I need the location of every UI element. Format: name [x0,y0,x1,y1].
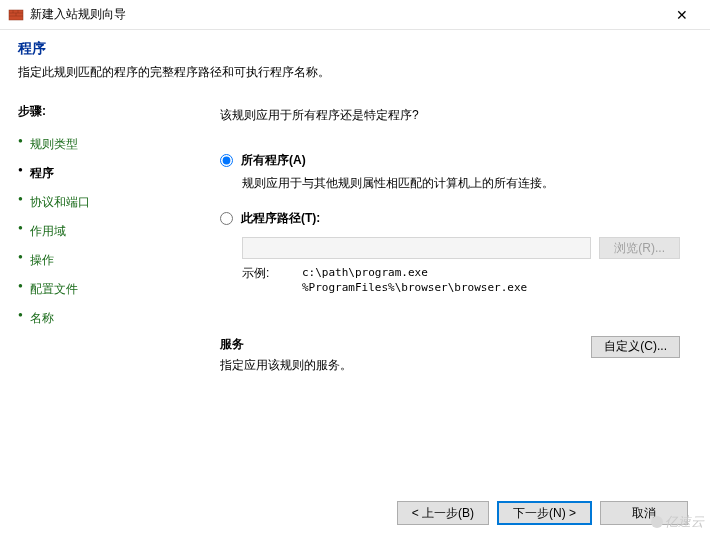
close-button[interactable]: ✕ [662,0,702,30]
back-button[interactable]: < 上一步(B) [397,501,489,525]
radio-program-path[interactable]: 此程序路径(T): [220,206,680,231]
page-title: 程序 [18,40,692,58]
example-block: 示例: c:\path\program.exe %ProgramFiles%\b… [242,265,680,296]
step-action[interactable]: 操作 [18,246,190,275]
radio-program-path-label: 此程序路径(T): [241,210,320,227]
step-profile[interactable]: 配置文件 [18,275,190,304]
wizard-footer: < 上一步(B) 下一步(N) > 取消 [397,501,688,525]
step-program[interactable]: 程序 [18,159,190,188]
firewall-icon [8,7,24,23]
radio-program-path-input[interactable] [220,212,233,225]
radio-all-programs-label: 所有程序(A) [241,152,306,169]
example-paths: c:\path\program.exe %ProgramFiles%\brows… [302,265,527,296]
cancel-button[interactable]: 取消 [600,501,688,525]
step-name[interactable]: 名称 [18,304,190,333]
window-title: 新建入站规则向导 [30,6,662,23]
program-path-input[interactable] [242,237,591,259]
question-text: 该规则应用于所有程序还是特定程序? [220,107,680,124]
service-text: 服务 指定应用该规则的服务。 [220,336,591,374]
step-rule-type[interactable]: 规则类型 [18,130,190,159]
program-path-row: 浏览(R)... [242,237,680,259]
service-desc: 指定应用该规则的服务。 [220,357,591,374]
steps-list: 规则类型 程序 协议和端口 作用域 操作 配置文件 名称 [18,130,190,333]
browse-button[interactable]: 浏览(R)... [599,237,680,259]
step-scope[interactable]: 作用域 [18,217,190,246]
service-section: 服务 指定应用该规则的服务。 自定义(C)... [220,336,680,374]
radio-all-programs-desc: 规则应用于与其他规则属性相匹配的计算机上的所有连接。 [242,175,680,192]
next-button[interactable]: 下一步(N) > [497,501,592,525]
steps-sidebar: 步骤: 规则类型 程序 协议和端口 作用域 操作 配置文件 名称 [0,93,190,498]
service-title: 服务 [220,336,591,353]
titlebar: 新建入站规则向导 ✕ [0,0,710,30]
wizard-header: 程序 指定此规则匹配的程序的完整程序路径和可执行程序名称。 [0,30,710,93]
step-protocol-ports[interactable]: 协议和端口 [18,188,190,217]
radio-all-programs[interactable]: 所有程序(A) [220,148,680,173]
wizard-body: 步骤: 规则类型 程序 协议和端口 作用域 操作 配置文件 名称 该规则应用于所… [0,93,710,498]
steps-heading: 步骤: [18,103,190,120]
example-label: 示例: [242,265,302,296]
radio-all-programs-input[interactable] [220,154,233,167]
wizard-content: 该规则应用于所有程序还是特定程序? 所有程序(A) 规则应用于与其他规则属性相匹… [190,93,710,498]
customize-button[interactable]: 自定义(C)... [591,336,680,358]
page-subtitle: 指定此规则匹配的程序的完整程序路径和可执行程序名称。 [18,64,692,81]
